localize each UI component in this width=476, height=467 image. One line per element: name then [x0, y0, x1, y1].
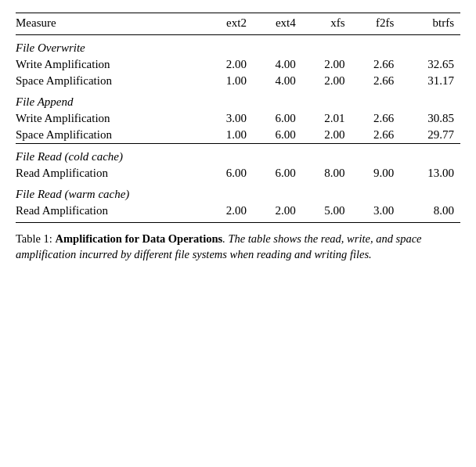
cell-f2fs: 2.66: [352, 127, 401, 144]
cell-f2fs: 2.66: [352, 56, 401, 73]
cell-btrfs: 13.00: [400, 165, 460, 181]
cell-f2fs: 2.66: [352, 73, 401, 89]
cell-ext2: 1.00: [204, 127, 253, 144]
section-label-file-append: File Append: [16, 89, 460, 110]
table-row: Space Amplification1.006.002.002.6629.77: [16, 127, 460, 144]
cell-btrfs: 31.17: [400, 73, 460, 89]
caption-label: Table 1:: [16, 232, 56, 245]
cell-measure: Write Amplification: [16, 110, 204, 127]
col-header-ext4: ext4: [253, 13, 302, 35]
cell-xfs: 2.00: [302, 127, 352, 144]
col-header-xfs: xfs: [302, 13, 352, 35]
cell-xfs: 2.01: [302, 110, 352, 127]
table-row: Read Amplification2.002.005.003.008.00: [16, 203, 460, 223]
cell-xfs: 2.00: [302, 56, 352, 73]
cell-xfs: 8.00: [302, 165, 352, 181]
section-header-file-read-cold: File Read (cold cache): [16, 144, 460, 165]
cell-ext4: 4.00: [253, 73, 302, 89]
table-row: Write Amplification2.004.002.002.6632.65: [16, 56, 460, 73]
table-header-row: Measure ext2 ext4 xfs f2fs btrfs: [16, 13, 460, 35]
table-row: Space Amplification1.004.002.002.6631.17: [16, 73, 460, 89]
cell-measure: Write Amplification: [16, 56, 204, 73]
col-header-ext2: ext2: [204, 13, 253, 35]
cell-btrfs: 29.77: [400, 127, 460, 144]
cell-ext2: 2.00: [204, 56, 253, 73]
cell-measure: Read Amplification: [16, 203, 204, 223]
col-header-measure: Measure: [16, 13, 204, 35]
cell-ext2: 3.00: [204, 110, 253, 127]
cell-ext2: 1.00: [204, 73, 253, 89]
col-header-f2fs: f2fs: [352, 13, 401, 35]
cell-ext4: 4.00: [253, 56, 302, 73]
cell-xfs: 2.00: [302, 73, 352, 89]
cell-ext4: 6.00: [253, 110, 302, 127]
table-row: Read Amplification6.006.008.009.0013.00: [16, 165, 460, 181]
caption-title: Amplification for Data Operations: [56, 232, 223, 245]
cell-measure: Space Amplification: [16, 127, 204, 144]
cell-ext2: 2.00: [204, 203, 253, 223]
cell-f2fs: 2.66: [352, 110, 401, 127]
cell-measure: Read Amplification: [16, 165, 204, 181]
table-container: Measure ext2 ext4 xfs f2fs btrfs File Ov…: [16, 13, 460, 263]
cell-btrfs: 30.85: [400, 110, 460, 127]
cell-btrfs: 8.00: [400, 203, 460, 223]
cell-measure: Space Amplification: [16, 73, 204, 89]
cell-f2fs: 3.00: [352, 203, 401, 223]
table-row: Write Amplification3.006.002.012.6630.85: [16, 110, 460, 127]
table-caption: Table 1: Amplification for Data Operatio…: [16, 231, 460, 263]
amplification-table: Measure ext2 ext4 xfs f2fs btrfs File Ov…: [16, 13, 460, 223]
cell-btrfs: 32.65: [400, 56, 460, 73]
cell-ext2: 6.00: [204, 165, 253, 181]
section-header-file-read-warm: File Read (warm cache): [16, 181, 460, 203]
cell-xfs: 5.00: [302, 203, 352, 223]
section-header-file-append: File Append: [16, 89, 460, 110]
section-label-file-overwrite: File Overwrite: [16, 35, 460, 57]
section-label-file-read-warm: File Read (warm cache): [16, 181, 460, 203]
section-label-file-read-cold: File Read (cold cache): [16, 144, 460, 165]
cell-ext4: 6.00: [253, 165, 302, 181]
cell-ext4: 2.00: [253, 203, 302, 223]
cell-ext4: 6.00: [253, 127, 302, 144]
cell-f2fs: 9.00: [352, 165, 401, 181]
section-header-file-overwrite: File Overwrite: [16, 35, 460, 57]
col-header-btrfs: btrfs: [400, 13, 460, 35]
